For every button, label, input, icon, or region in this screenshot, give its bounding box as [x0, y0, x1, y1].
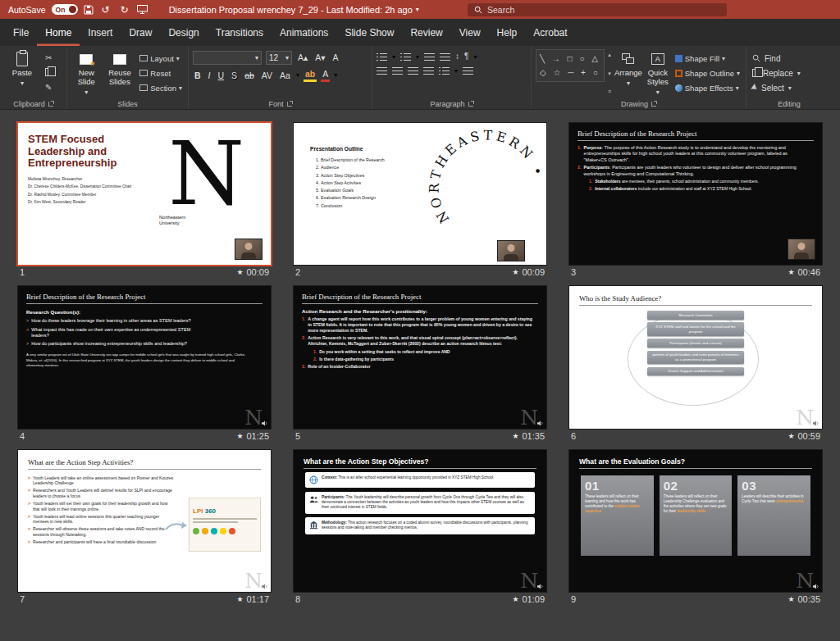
- menu-tab-draw[interactable]: Draw: [121, 19, 160, 46]
- font-size-combo[interactable]: 12 ▾: [266, 51, 292, 65]
- numbering-button[interactable]: [400, 52, 411, 61]
- scroll-up-icon[interactable]: ▴: [608, 52, 611, 57]
- shape-outline-button[interactable]: Shape Outline ▾: [673, 68, 742, 79]
- shapes-gallery-scroll[interactable]: ▴ ▾ ≡: [608, 49, 611, 97]
- line-spacing-button[interactable]: ↕: [455, 52, 459, 61]
- transition-star-icon[interactable]: ★: [512, 432, 518, 440]
- menu-tab-view[interactable]: View: [451, 19, 489, 46]
- shape-effects-button[interactable]: Shape Effects ▾: [673, 83, 742, 93]
- menu-tab-home[interactable]: Home: [37, 19, 80, 46]
- slide-thumbnail-3[interactable]: Brief Description of the Research Projec…: [569, 123, 822, 265]
- text-direction-button[interactable]: ¶: [464, 52, 468, 61]
- new-slide-button[interactable]: New Slide ▾: [71, 49, 102, 97]
- slide-thumbnail-9[interactable]: What are the Evaluation Goals? 01 These …: [569, 450, 822, 592]
- shrink-font-button[interactable]: A▾: [313, 52, 326, 63]
- layout-button[interactable]: Layout ▾: [138, 53, 184, 64]
- convert-to-smartart-button[interactable]: [463, 66, 473, 75]
- columns-button[interactable]: [439, 66, 450, 75]
- font-size-value: 12: [269, 53, 278, 62]
- clear-formatting-button[interactable]: A: [331, 52, 340, 63]
- slide-thumbnail-1[interactable]: STEM Focused Leadership and Entrepreneur…: [18, 123, 271, 265]
- increase-indent-button[interactable]: [440, 52, 450, 61]
- transition-star-icon[interactable]: ★: [788, 268, 794, 276]
- underline-button[interactable]: U: [217, 70, 226, 81]
- text-highlight-button[interactable]: ab: [304, 69, 317, 82]
- font-color-button[interactable]: A: [321, 69, 330, 82]
- section-button[interactable]: Section ▾: [138, 83, 184, 93]
- grow-font-button[interactable]: A▴: [296, 52, 309, 63]
- select-button[interactable]: Select ▾: [751, 82, 828, 94]
- reset-button[interactable]: Reset: [138, 68, 184, 79]
- dialog-launcher-icon[interactable]: [468, 102, 473, 107]
- strikethrough-button[interactable]: ab: [243, 70, 256, 81]
- slide-thumbnail-8[interactable]: What are the Action Step Objectives? Con…: [294, 450, 546, 592]
- find-button[interactable]: Find: [751, 52, 828, 65]
- shape-fill-button[interactable]: Shape Fill ▾: [673, 53, 742, 64]
- menu-tab-slide-show[interactable]: Slide Show: [336, 19, 402, 46]
- slide-thumbnail-5[interactable]: Brief Description of the Research Projec…: [294, 286, 546, 428]
- redo-button[interactable]: ↻: [118, 5, 131, 15]
- align-right-button[interactable]: [408, 66, 418, 75]
- northeastern-n-logo: N: [168, 139, 244, 211]
- text-shadow-button[interactable]: S: [230, 70, 239, 81]
- slide-title: Brief Description of the Research Projec…: [26, 293, 262, 304]
- transition-star-icon[interactable]: ★: [788, 432, 794, 440]
- menu-tab-help[interactable]: Help: [489, 19, 526, 46]
- decrease-indent-button[interactable]: [424, 52, 435, 61]
- menu-tab-acrobat[interactable]: Acrobat: [525, 19, 575, 46]
- font-name-combo[interactable]: ▾: [193, 51, 262, 65]
- menu-tab-design[interactable]: Design: [160, 19, 207, 46]
- transition-star-icon[interactable]: ★: [236, 595, 243, 603]
- transition-star-icon[interactable]: ★: [788, 595, 794, 603]
- menu-tab-review[interactable]: Review: [402, 19, 450, 46]
- align-left-button[interactable]: [377, 66, 387, 75]
- present-icon[interactable]: [137, 5, 148, 14]
- dialog-launcher-icon[interactable]: [651, 102, 656, 107]
- group-label-slides: Slides: [67, 100, 188, 108]
- justify-button[interactable]: [423, 66, 434, 75]
- document-title[interactable]: Dissertation Proposal wrenchey 7_29 - La…: [169, 5, 419, 15]
- paste-button[interactable]: Paste ▾: [4, 49, 40, 97]
- replace-button[interactable]: Replace ▾: [751, 67, 828, 80]
- reuse-slides-button[interactable]: Reuse Slides: [105, 49, 135, 97]
- menu-tab-file[interactable]: File: [5, 19, 37, 46]
- slide-thumbnail-4[interactable]: Brief Description of the Research Projec…: [18, 286, 271, 428]
- autosave-toggle[interactable]: On: [52, 4, 78, 15]
- ribbon-group-paragraph: ▾ ▾ ↕ ¶ ▾ ▾: [372, 46, 532, 109]
- change-case-button[interactable]: Aa: [278, 70, 292, 81]
- arrange-button[interactable]: Arrange ▾: [614, 49, 642, 97]
- search-input[interactable]: [487, 5, 701, 15]
- slide-thumbnail-7[interactable]: What are the Action Step Activities? >Yo…: [18, 450, 271, 592]
- northeastern-n-watermark: N: [796, 407, 814, 428]
- copy-icon[interactable]: [43, 67, 53, 79]
- transition-star-icon[interactable]: ★: [236, 432, 243, 440]
- transition-star-icon[interactable]: ★: [236, 268, 243, 276]
- menu-tab-animations[interactable]: Animations: [272, 19, 336, 46]
- slide-thumbnail-6[interactable]: Who is the Study Audience? Research Comm…: [569, 286, 822, 428]
- format-painter-icon[interactable]: ✎: [43, 83, 53, 93]
- menu-tab-insert[interactable]: Insert: [80, 19, 121, 46]
- quick-styles-button[interactable]: A Quick Styles ▾: [646, 49, 670, 97]
- search-box[interactable]: [468, 3, 727, 16]
- scroll-down-icon[interactable]: ▾: [608, 70, 611, 76]
- bullet-item: > How do these leaders leverage their le…: [26, 318, 199, 324]
- undo-button[interactable]: ↺: [99, 5, 112, 15]
- bold-button[interactable]: B: [193, 70, 203, 81]
- dialog-launcher-icon[interactable]: [48, 102, 53, 107]
- menu-tab-transitions[interactable]: Transitions: [208, 19, 272, 46]
- shapes-gallery[interactable]: ╲ → □ ○ △ ◇ ☆ ─ + ○: [536, 49, 605, 82]
- bullets-button[interactable]: [377, 52, 387, 61]
- italic-button[interactable]: I: [207, 70, 212, 81]
- autosave-state: On: [56, 6, 66, 14]
- dialog-launcher-icon[interactable]: [287, 102, 292, 107]
- character-spacing-button[interactable]: AV: [260, 70, 274, 81]
- transition-star-icon[interactable]: ★: [512, 595, 518, 603]
- gallery-more-icon[interactable]: ≡: [608, 89, 611, 94]
- align-center-button[interactable]: [392, 66, 403, 75]
- cut-icon[interactable]: ✂: [43, 53, 53, 63]
- shapes-row: ◇ ☆ ─ + ○: [540, 68, 600, 77]
- slide-cell: Who is the Study Audience? Research Comm…: [569, 286, 822, 440]
- save-icon[interactable]: [84, 5, 94, 15]
- transition-star-icon[interactable]: ★: [512, 268, 518, 276]
- slide-thumbnail-2[interactable]: Presentation Outline Brief Description o…: [294, 123, 546, 265]
